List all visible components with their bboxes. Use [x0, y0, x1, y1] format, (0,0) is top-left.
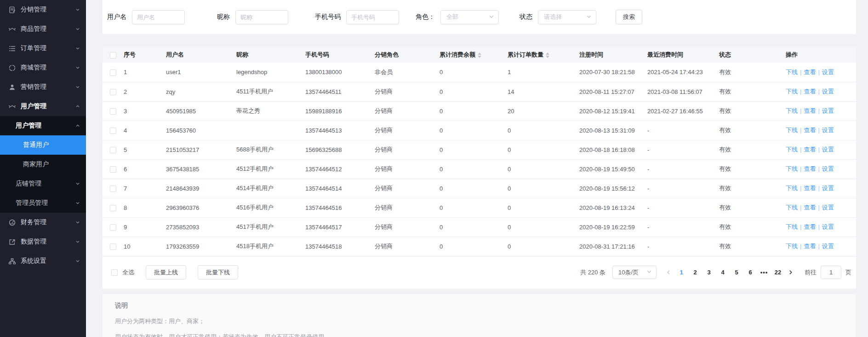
- page-button-3[interactable]: 3: [702, 269, 716, 276]
- sidebar-item-orders[interactable]: 订单管理: [0, 39, 86, 58]
- action-view-link[interactable]: 查看: [804, 223, 816, 230]
- row-checkbox[interactable]: [110, 205, 116, 211]
- sidebar-item-goods[interactable]: 商品管理: [0, 19, 86, 39]
- action-offline-link[interactable]: 下线: [786, 146, 798, 153]
- table-header-row: 序号用户名昵称手机号码分销角色累计消费余额累计订单数量注册时间最近消费时间状态操…: [103, 47, 856, 63]
- page-suffix: 页: [845, 268, 851, 277]
- sort-caret[interactable]: [546, 52, 549, 58]
- mall-icon: [8, 64, 16, 72]
- page-button-1[interactable]: 1: [674, 269, 688, 276]
- page-button-2[interactable]: 2: [688, 269, 702, 276]
- nickname-input[interactable]: [235, 10, 288, 24]
- chevron-down-icon: [75, 181, 80, 186]
- status-select[interactable]: 请选择: [538, 10, 596, 24]
- registered-cell: 2020-08-19 15:49:50: [579, 159, 647, 179]
- action-offline-link[interactable]: 下线: [786, 204, 798, 211]
- sidebar-item-shop-management[interactable]: 店铺管理: [0, 174, 86, 193]
- action-view-link[interactable]: 查看: [804, 204, 816, 211]
- action-offline-link[interactable]: 下线: [786, 127, 798, 134]
- row-checkbox[interactable]: [110, 186, 116, 192]
- page-button-5[interactable]: 5: [730, 269, 743, 276]
- action-settings-link[interactable]: 设置: [822, 204, 834, 211]
- action-settings-link[interactable]: 设置: [822, 185, 834, 192]
- nickname-cell: 4516手机用户: [236, 198, 305, 217]
- index-cell: 1: [124, 63, 166, 82]
- select-all-checkbox[interactable]: [111, 269, 118, 276]
- action-settings-link[interactable]: 设置: [822, 127, 834, 134]
- pages-ellipsis[interactable]: •••: [757, 269, 771, 276]
- status-cell: 有效: [719, 198, 786, 217]
- page-button-22[interactable]: 22: [771, 269, 785, 276]
- row-checkbox[interactable]: [110, 89, 116, 95]
- action-view-link[interactable]: 查看: [804, 146, 816, 153]
- phone-input[interactable]: [346, 10, 399, 24]
- registered-cell: 2020-08-13 15:31:09: [579, 121, 647, 140]
- action-offline-link[interactable]: 下线: [786, 223, 798, 230]
- batch-online-button[interactable]: 批量上线: [146, 265, 186, 279]
- consume-cell: 0: [440, 101, 508, 121]
- header-checkbox[interactable]: [110, 52, 116, 58]
- nickname-cell: 5688手机用户: [236, 140, 305, 159]
- col-nickname-header: 昵称: [236, 47, 305, 63]
- sidebar-item-merchant-user[interactable]: 商家用户: [0, 155, 86, 174]
- action-view-link[interactable]: 查看: [804, 243, 816, 250]
- registered-cell: 2020-08-18 16:18:08: [579, 140, 647, 159]
- sidebar-item-marketing[interactable]: 营销管理: [0, 77, 86, 97]
- row-checkbox[interactable]: [110, 70, 116, 76]
- row-checkbox[interactable]: [110, 244, 116, 250]
- sidebar-item-settings[interactable]: 系统设置: [0, 251, 86, 271]
- action-settings-link[interactable]: 设置: [822, 243, 834, 250]
- sidebar-item-mall[interactable]: 商城管理: [0, 58, 86, 77]
- next-page-button[interactable]: [788, 270, 793, 275]
- sidebar-item-data[interactable]: 数据管理: [0, 232, 86, 251]
- page-size-select[interactable]: 10条/页: [612, 266, 657, 279]
- row-checkbox[interactable]: [110, 224, 116, 231]
- sidebar-item-user-management[interactable]: 用户管理: [0, 116, 86, 135]
- row-checkbox[interactable]: [110, 147, 116, 153]
- action-offline-link[interactable]: 下线: [786, 243, 798, 250]
- action-view-link[interactable]: 查看: [804, 165, 816, 172]
- chevron-down-icon: [646, 269, 652, 276]
- prev-page-button[interactable]: [666, 270, 671, 275]
- goto-page-input[interactable]: [821, 266, 841, 279]
- role-select[interactable]: 全部: [440, 10, 499, 24]
- action-view-link[interactable]: 查看: [804, 69, 816, 76]
- sidebar-item-normal-user[interactable]: 普通用户: [0, 135, 86, 155]
- action-offline-link[interactable]: 下线: [786, 185, 798, 192]
- search-button[interactable]: 搜索: [616, 10, 642, 24]
- action-offline-link[interactable]: 下线: [786, 88, 798, 95]
- username-input[interactable]: [132, 10, 185, 24]
- page-button-4[interactable]: 4: [716, 269, 730, 276]
- action-offline-link[interactable]: 下线: [786, 69, 798, 76]
- action-offline-link[interactable]: 下线: [786, 107, 798, 114]
- total-count: 共 220 条: [580, 268, 605, 277]
- action-view-link[interactable]: 查看: [804, 185, 816, 192]
- last-consume-cell: -: [647, 140, 719, 159]
- action-view-link[interactable]: 查看: [804, 107, 816, 114]
- batch-offline-button[interactable]: 批量下线: [198, 265, 238, 279]
- sidebar-item-users[interactable]: 用户管理: [0, 97, 86, 116]
- table-row: 3 450951985 蒂花之秀 15989188916 分销商 0 20 20…: [103, 101, 856, 121]
- row-checkbox[interactable]: [110, 108, 116, 115]
- page-button-6[interactable]: 6: [743, 269, 757, 276]
- action-offline-link[interactable]: 下线: [786, 165, 798, 172]
- users-table-panel: 序号用户名昵称手机号码分销角色累计消费余额累计订单数量注册时间最近消费时间状态操…: [103, 47, 856, 289]
- role-label: 角色：: [416, 13, 435, 21]
- action-settings-link[interactable]: 设置: [822, 107, 834, 114]
- sidebar-item-distribution[interactable]: 分销管理: [0, 0, 86, 19]
- action-separator: |: [800, 243, 801, 250]
- row-checkbox[interactable]: [110, 128, 116, 134]
- action-settings-link[interactable]: 设置: [822, 69, 834, 76]
- row-checkbox[interactable]: [110, 166, 116, 173]
- sort-caret[interactable]: [478, 52, 481, 58]
- actions-cell: 下线|查看|设置: [786, 237, 856, 256]
- sidebar-item-admin-management[interactable]: 管理员管理: [0, 193, 86, 213]
- action-view-link[interactable]: 查看: [804, 127, 816, 134]
- action-settings-link[interactable]: 设置: [822, 146, 834, 153]
- action-settings-link[interactable]: 设置: [822, 165, 834, 172]
- action-settings-link[interactable]: 设置: [822, 88, 834, 95]
- chevron-down-icon: [75, 259, 80, 263]
- sidebar-item-finance[interactable]: 财务管理: [0, 213, 86, 232]
- action-view-link[interactable]: 查看: [804, 88, 816, 95]
- action-settings-link[interactable]: 设置: [822, 223, 834, 230]
